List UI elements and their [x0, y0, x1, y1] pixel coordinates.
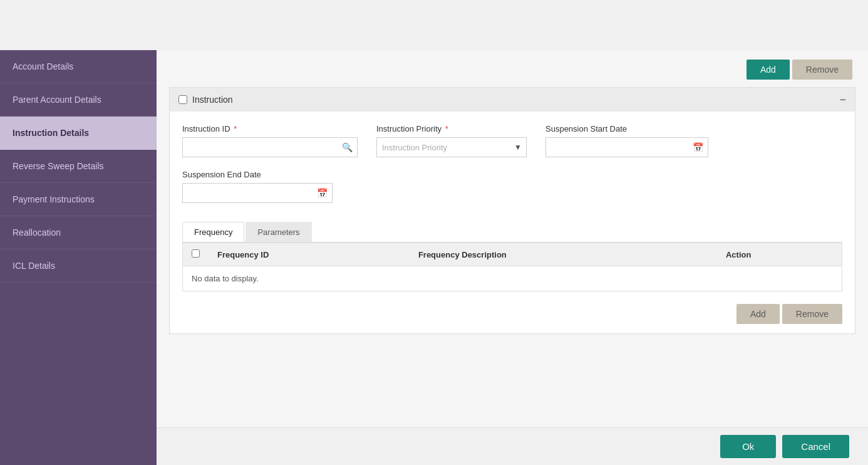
instruction-card: Instruction − Instruction ID *: [169, 87, 855, 334]
sidebar-item-label: Reallocation: [13, 227, 61, 238]
tab-parameters[interactable]: Parameters: [245, 222, 311, 242]
instruction-priority-label: Instruction Priority *: [376, 124, 527, 133]
suspension-start-date-wrap: 📅: [545, 137, 708, 157]
tabs-bar: Frequency Parameters: [182, 222, 842, 243]
sidebar-item-parent-account-details[interactable]: Parent Account Details: [0, 83, 157, 117]
frequency-table: Frequency ID Frequency Description Actio…: [183, 243, 842, 291]
instruction-id-input[interactable]: [182, 137, 358, 157]
instruction-priority-select[interactable]: Instruction Priority: [376, 137, 527, 157]
collapse-button[interactable]: −: [839, 94, 846, 105]
select-all-checkbox[interactable]: [192, 249, 200, 258]
sidebar: Account Details Parent Account Details I…: [0, 50, 157, 465]
content-scroll: Add Remove Instruction −: [157, 50, 868, 427]
sidebar-item-icl-details[interactable]: ICL Details: [0, 249, 157, 283]
form-body: Instruction ID * 🔍 Instruction Priority …: [170, 112, 855, 222]
instruction-priority-select-wrap: Instruction Priority ▼: [376, 137, 527, 157]
tabs-section: Frequency Parameters: [170, 222, 855, 333]
instruction-header-left: Instruction: [178, 95, 233, 105]
sidebar-item-instruction-details[interactable]: Instruction Details: [0, 117, 157, 150]
sidebar-item-label: ICL Details: [13, 261, 55, 271]
remove-button[interactable]: Remove: [792, 60, 852, 80]
frequency-description-header: Frequency Description: [410, 243, 717, 266]
footer-bar: Ok Cancel: [157, 427, 868, 465]
table-toolbar: Add Remove: [182, 298, 842, 327]
sidebar-item-payment-instructions[interactable]: Payment Instructions: [0, 183, 157, 216]
suspension-start-date-label: Suspension Start Date: [545, 124, 708, 133]
frequency-table-container: Frequency ID Frequency Description Actio…: [182, 243, 842, 291]
sidebar-item-label: Account Details: [13, 61, 73, 71]
required-star: *: [232, 124, 237, 133]
suspension-end-date-wrap: 📅: [182, 183, 333, 203]
top-toolbar: Add Remove: [169, 60, 855, 80]
suspension-end-date-label: Suspension End Date: [182, 170, 333, 179]
instruction-title: Instruction: [192, 95, 233, 105]
ok-button[interactable]: Ok: [720, 435, 776, 458]
form-row-2: Suspension End Date 📅: [182, 170, 842, 203]
table-row-no-data: No data to display.: [183, 266, 842, 291]
instruction-id-group: Instruction ID * 🔍: [182, 124, 358, 157]
required-star-priority: *: [443, 124, 448, 133]
sidebar-item-account-details[interactable]: Account Details: [0, 50, 157, 83]
action-header: Action: [717, 243, 842, 266]
cancel-button[interactable]: Cancel: [782, 435, 849, 458]
checkbox-col-header: [183, 243, 209, 266]
add-button[interactable]: Add: [747, 60, 790, 80]
instruction-priority-group: Instruction Priority * Instruction Prior…: [376, 124, 527, 157]
table-add-button[interactable]: Add: [736, 304, 780, 324]
instruction-id-label: Instruction ID *: [182, 124, 358, 133]
sidebar-item-reverse-sweep-details[interactable]: Reverse Sweep Details: [0, 150, 157, 183]
form-row-1: Instruction ID * 🔍 Instruction Priority …: [182, 124, 842, 157]
instruction-id-input-wrap: 🔍: [182, 137, 358, 157]
sidebar-item-reallocation[interactable]: Reallocation: [0, 216, 157, 249]
instruction-header: Instruction −: [170, 88, 855, 112]
sidebar-item-label: Reverse Sweep Details: [13, 161, 104, 171]
suspension-start-date-input[interactable]: [545, 137, 708, 157]
suspension-end-date-group: Suspension End Date 📅: [182, 170, 333, 203]
table-header-row: Frequency ID Frequency Description Actio…: [183, 243, 842, 266]
no-data-cell: No data to display.: [183, 266, 842, 291]
sidebar-item-label: Parent Account Details: [13, 95, 101, 105]
instruction-checkbox[interactable]: [178, 95, 187, 104]
frequency-id-header: Frequency ID: [209, 243, 410, 266]
sidebar-item-label: Payment Instructions: [13, 194, 95, 204]
tab-frequency[interactable]: Frequency: [182, 222, 244, 242]
suspension-start-date-group: Suspension Start Date 📅: [545, 124, 708, 157]
suspension-end-date-input[interactable]: [182, 183, 333, 203]
sidebar-item-label: Instruction Details: [13, 128, 89, 138]
table-remove-button[interactable]: Remove: [782, 304, 842, 324]
content-area: Add Remove Instruction −: [157, 50, 868, 465]
